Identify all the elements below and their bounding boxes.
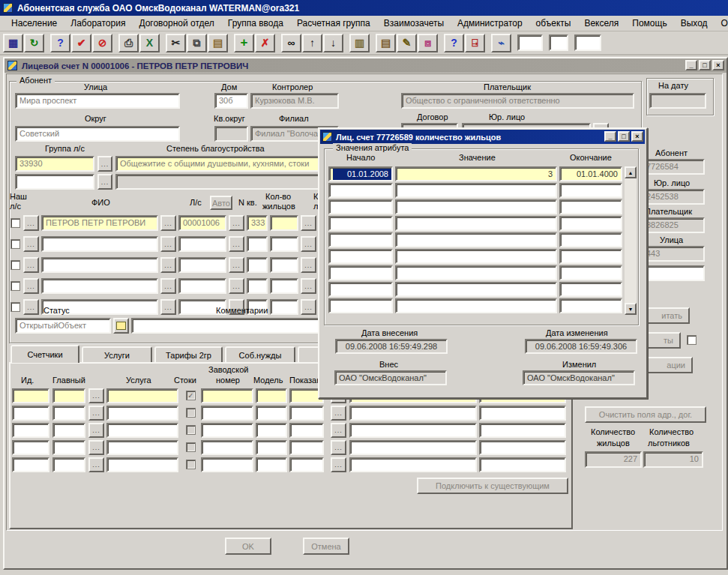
dlg-row9-start[interactable] [328, 298, 393, 313]
counter-row3-id[interactable] [12, 423, 49, 438]
counter-row3-stoki-checkbox[interactable] [186, 425, 196, 435]
counter-row3-lookup2[interactable]: ... [331, 423, 346, 438]
dlg-row7-end[interactable] [559, 265, 622, 280]
minimize-button[interactable]: _ [685, 60, 697, 70]
fio-row5-residents[interactable] [270, 299, 298, 315]
counter-row5-id[interactable] [12, 457, 49, 472]
fio-row4-checkbox[interactable] [10, 281, 20, 291]
dlg-row3-start[interactable] [328, 199, 393, 214]
fio-row3-lookup1[interactable]: ... [23, 257, 39, 273]
counter-row4-service[interactable] [106, 440, 178, 455]
dlg-row8-start[interactable] [328, 282, 393, 297]
counter-row5-lookup2[interactable]: ... [331, 457, 346, 472]
fio-row1-account[interactable]: 00001006 [178, 215, 226, 231]
house-field[interactable]: 30б [214, 93, 248, 109]
dlg-row3-value[interactable] [395, 199, 557, 214]
fio-row4-nkv[interactable] [247, 278, 268, 294]
counter-row1-model[interactable] [256, 388, 287, 403]
fio-row5-lookup1[interactable]: ... [23, 299, 39, 315]
excel-button[interactable]: X [139, 34, 160, 52]
ok-button[interactable]: OK [225, 538, 271, 555]
fio-row1-name[interactable]: ПЕТРОВ ПЕТР ПЕТРОВИ [41, 215, 158, 231]
fio-row2-residents[interactable] [270, 236, 298, 252]
dialog-minimize-button[interactable]: _ [604, 131, 616, 142]
find-button[interactable]: ∞ [281, 34, 301, 52]
trash-button[interactable]: ▥ [349, 34, 370, 52]
district-field[interactable]: Советский [15, 126, 180, 142]
street-field[interactable]: Мира проспект [15, 93, 180, 109]
refresh-button[interactable]: ↻ [24, 34, 44, 52]
dlg-row8-end[interactable] [559, 282, 622, 297]
dlg-row8-value[interactable] [395, 282, 557, 297]
dialog-maximize-button[interactable]: □ [618, 131, 630, 142]
fio-row3-nkv[interactable] [247, 257, 268, 273]
dlg-row1-start[interactable]: 01.01.2008 [328, 166, 393, 181]
fio-row4-name[interactable] [41, 278, 158, 294]
add-button[interactable]: + [234, 34, 254, 52]
residents-count-field[interactable]: 227 [585, 451, 642, 468]
counter-row4-stoki-checkbox[interactable] [186, 442, 196, 452]
fio-row1-checkbox[interactable] [10, 218, 20, 228]
rp-extra-field[interactable] [642, 265, 705, 281]
counter-row4-lookup2[interactable]: ... [331, 440, 346, 455]
scroll-down-button[interactable]: ▼ [625, 303, 637, 315]
fio-row5-lookup4[interactable]: ... [301, 299, 316, 315]
dlg-row2-value[interactable] [395, 183, 557, 198]
tab-schetchiki[interactable]: Счетчики [10, 345, 79, 363]
fio-row2-nkv[interactable] [247, 236, 268, 252]
connect-plug-button[interactable]: ⌁ [491, 34, 511, 52]
payer-field[interactable]: Общество с ограниченной ответственно [401, 93, 634, 109]
clear-address-button[interactable]: Очистить поля адр., дог. [585, 406, 706, 423]
app-titlebar[interactable]: Абонентская служба ОАО ОмскВодоканал WAT… [0, 0, 728, 16]
rp-payer-field[interactable]: 8826825 [642, 217, 705, 233]
fio-row5-lookup2[interactable]: ... [160, 299, 176, 315]
menu-item-administrator[interactable]: Администратор [451, 16, 529, 30]
fio-row1-residents[interactable] [270, 215, 298, 231]
connect-existing-button[interactable]: Подключить к существующим [417, 478, 568, 494]
counter-row1-main[interactable] [52, 388, 85, 403]
fio-row2-lookup2[interactable]: ... [160, 236, 176, 252]
tab-uslugi[interactable]: Услуги [82, 346, 152, 363]
menu-item-objekty[interactable]: объекты [529, 16, 578, 30]
counter-row5-model[interactable] [256, 457, 287, 472]
fio-row1-lookup3[interactable]: ... [229, 215, 244, 231]
confirm-button[interactable]: ✔ [71, 34, 91, 52]
menu-item-gruppa-vvoda[interactable]: Группа ввода [221, 16, 290, 30]
counter-row4-main[interactable] [52, 440, 85, 455]
dialog-scrollbar[interactable] [625, 166, 637, 315]
group-ls-field[interactable]: 33930 [15, 156, 94, 172]
fio-row4-lookup3[interactable]: ... [229, 278, 244, 294]
close-button[interactable]: × [712, 60, 724, 70]
dlg-row6-start[interactable] [328, 249, 393, 264]
dlg-row5-start[interactable] [328, 232, 393, 247]
auto-button[interactable]: Авто [210, 196, 232, 210]
cancel-footer-button[interactable]: Отмена [303, 538, 349, 555]
group-ls2-lookup-button[interactable]: ... [97, 174, 112, 190]
counter-row3-main[interactable] [52, 423, 85, 438]
dlg-row9-value[interactable] [395, 298, 557, 313]
fio-row3-checkbox[interactable] [10, 260, 20, 270]
fio-row4-lookup2[interactable]: ... [160, 278, 176, 294]
toolbar-input-1[interactable] [517, 34, 543, 51]
menu-item-vzaimozachety[interactable]: Взаимозачеты [377, 16, 451, 30]
counter-row5-extra2[interactable] [479, 457, 566, 472]
fio-row4-lookup4[interactable]: ... [301, 278, 316, 294]
counter-row4-extra2[interactable] [479, 440, 566, 455]
fio-row3-account[interactable] [178, 257, 226, 273]
dlg-row7-start[interactable] [328, 265, 393, 280]
move-down-button[interactable]: ↓ [323, 34, 343, 52]
fio-row2-checkbox[interactable] [10, 239, 20, 249]
menu-item-naselenie[interactable]: Население [4, 16, 64, 30]
counter-row5-stoki-checkbox[interactable] [186, 460, 196, 469]
fio-row2-lookup4[interactable]: ... [301, 236, 316, 252]
fio-row2-account[interactable] [178, 236, 226, 252]
menu-item-dogovornoy[interactable]: Договорной отдел [132, 16, 220, 30]
menu-item-vykhod[interactable]: Выход [674, 16, 715, 30]
menu-item-vekselya[interactable]: Векселя [577, 16, 625, 30]
rp-street-field[interactable]: 443 [642, 246, 705, 262]
dlg-row1-value[interactable]: 3 [395, 166, 557, 181]
group-ls-lookup-button[interactable]: ... [97, 156, 112, 172]
rp-jur-field[interactable]: 2452538 [642, 189, 705, 205]
rp-checkbox[interactable] [687, 335, 697, 345]
counter-row2-service[interactable] [106, 406, 178, 421]
